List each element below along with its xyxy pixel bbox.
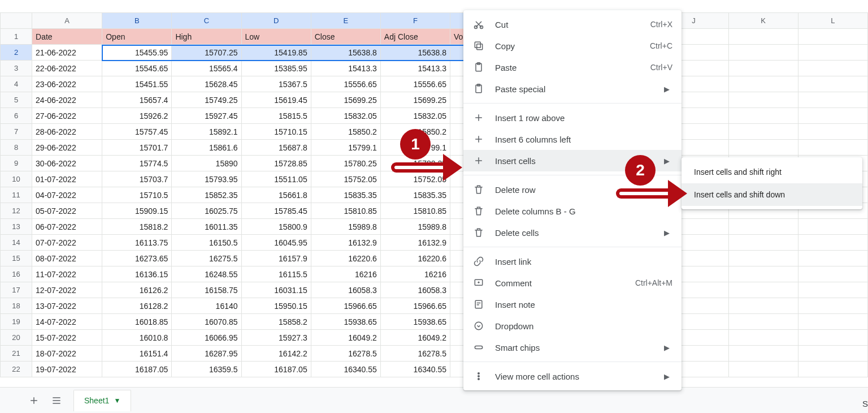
- cell[interactable]: 16018.85: [102, 314, 172, 330]
- ctx-delete-cells[interactable]: Delete cells ▶: [463, 222, 682, 243]
- cell[interactable]: 15455.95: [102, 45, 172, 61]
- cell[interactable]: 13-07-2022: [32, 298, 102, 314]
- cell[interactable]: [798, 235, 867, 251]
- cell[interactable]: 15703.7: [102, 171, 172, 187]
- cell[interactable]: [728, 330, 798, 346]
- cell[interactable]: [728, 140, 798, 156]
- cell[interactable]: [728, 108, 798, 124]
- cell[interactable]: 15699.25: [380, 92, 450, 108]
- cell[interactable]: High: [172, 29, 241, 45]
- cell[interactable]: 16151.4: [102, 346, 172, 362]
- cell[interactable]: 15619.45: [241, 92, 311, 108]
- row-header[interactable]: 15: [1, 251, 32, 266]
- cell[interactable]: 15556.65: [311, 76, 380, 92]
- cell[interactable]: 22-06-2022: [32, 61, 102, 76]
- ctx-dropdown[interactable]: Dropdown: [463, 315, 682, 337]
- cell[interactable]: 16278.5: [311, 346, 380, 362]
- row-header[interactable]: 22: [1, 362, 32, 377]
- cell[interactable]: 16220.6: [311, 251, 380, 266]
- cell[interactable]: 15832.05: [380, 108, 450, 124]
- cell[interactable]: 15818.2: [102, 219, 172, 235]
- cell[interactable]: [798, 330, 867, 346]
- col-header[interactable]: K: [728, 13, 798, 29]
- cell[interactable]: [798, 251, 867, 266]
- cell[interactable]: [798, 124, 867, 140]
- ctx-insert-note[interactable]: Insert note: [463, 294, 682, 315]
- cell[interactable]: 16287.95: [172, 346, 241, 362]
- cell[interactable]: 15861.6: [172, 140, 241, 156]
- row-header[interactable]: 2: [1, 45, 32, 61]
- cell[interactable]: [798, 61, 867, 76]
- ctx-more-actions[interactable]: View more cell actions ▶: [463, 365, 682, 387]
- row-header[interactable]: 18: [1, 298, 32, 314]
- cell[interactable]: 16049.2: [311, 330, 380, 346]
- cell[interactable]: 16113.75: [102, 235, 172, 251]
- cell[interactable]: [798, 314, 867, 330]
- cell[interactable]: 28-06-2022: [32, 124, 102, 140]
- cell[interactable]: [728, 346, 798, 362]
- cell[interactable]: 16340.55: [380, 362, 450, 377]
- cell[interactable]: 15419.85: [241, 45, 311, 61]
- row-header[interactable]: 13: [1, 219, 32, 235]
- cell[interactable]: [798, 298, 867, 314]
- row-header[interactable]: 11: [1, 187, 32, 203]
- cell[interactable]: [798, 219, 867, 235]
- cell[interactable]: 15749.25: [172, 92, 241, 108]
- cell[interactable]: [728, 219, 798, 235]
- cell[interactable]: 16132.9: [311, 235, 380, 251]
- ctx-cut[interactable]: Cut Ctrl+X: [463, 14, 682, 35]
- cell[interactable]: 15989.8: [311, 219, 380, 235]
- submenu-shift-right[interactable]: Insert cells and shift right: [682, 161, 862, 183]
- cell[interactable]: 15628.45: [172, 76, 241, 92]
- cell[interactable]: 16126.2: [102, 282, 172, 298]
- sheet-tab[interactable]: Sheet1 ▼: [73, 390, 131, 411]
- cell[interactable]: 16187.05: [241, 362, 311, 377]
- cell[interactable]: 16248.55: [172, 266, 241, 282]
- cell[interactable]: 15858.2: [241, 314, 311, 330]
- ctx-insert-cols[interactable]: Insert 6 columns left: [463, 128, 682, 150]
- cell[interactable]: Close: [311, 29, 380, 45]
- cell[interactable]: 15989.8: [380, 219, 450, 235]
- cell[interactable]: [728, 298, 798, 314]
- cell[interactable]: 15707.25: [172, 45, 241, 61]
- row-header[interactable]: 4: [1, 76, 32, 92]
- cell[interactable]: 16058.3: [380, 282, 450, 298]
- ctx-insert-link[interactable]: Insert link: [463, 251, 682, 272]
- cell[interactable]: 15451.55: [102, 76, 172, 92]
- cell[interactable]: 16220.6: [380, 251, 450, 266]
- cell[interactable]: 16049.2: [380, 330, 450, 346]
- cell[interactable]: 15728.85: [241, 156, 311, 171]
- col-header[interactable]: L: [798, 13, 867, 29]
- cell[interactable]: 15832.05: [311, 108, 380, 124]
- col-header[interactable]: C: [172, 13, 241, 29]
- row-header[interactable]: 16: [1, 266, 32, 282]
- cell[interactable]: [728, 235, 798, 251]
- add-sheet-button[interactable]: [23, 389, 45, 412]
- cell[interactable]: 15661.8: [241, 187, 311, 203]
- row-header[interactable]: 5: [1, 92, 32, 108]
- cell[interactable]: [798, 76, 867, 92]
- col-header[interactable]: D: [241, 13, 311, 29]
- cell[interactable]: 15966.65: [311, 298, 380, 314]
- submenu-shift-down[interactable]: Insert cells and shift down: [682, 183, 862, 206]
- cell[interactable]: 15799.1: [311, 140, 380, 156]
- cell[interactable]: 15687.8: [241, 140, 311, 156]
- cell[interactable]: 15810.85: [380, 203, 450, 219]
- cell[interactable]: 15815.5: [241, 108, 311, 124]
- cell[interactable]: 07-07-2022: [32, 235, 102, 251]
- cell[interactable]: 16216: [380, 266, 450, 282]
- cell[interactable]: 16142.2: [241, 346, 311, 362]
- cell[interactable]: Date: [32, 29, 102, 45]
- cell[interactable]: [798, 140, 867, 156]
- cell[interactable]: 15638.8: [311, 45, 380, 61]
- cell[interactable]: 15385.95: [241, 61, 311, 76]
- cell[interactable]: 15556.65: [380, 76, 450, 92]
- cell[interactable]: 16158.75: [172, 282, 241, 298]
- cell[interactable]: 16136.15: [102, 266, 172, 282]
- cell[interactable]: [798, 282, 867, 298]
- cell[interactable]: 16157.9: [241, 251, 311, 266]
- cell[interactable]: 15699.25: [311, 92, 380, 108]
- row-header[interactable]: 1: [1, 29, 32, 45]
- cell[interactable]: Adj Close: [380, 29, 450, 45]
- cell[interactable]: 16011.35: [172, 219, 241, 235]
